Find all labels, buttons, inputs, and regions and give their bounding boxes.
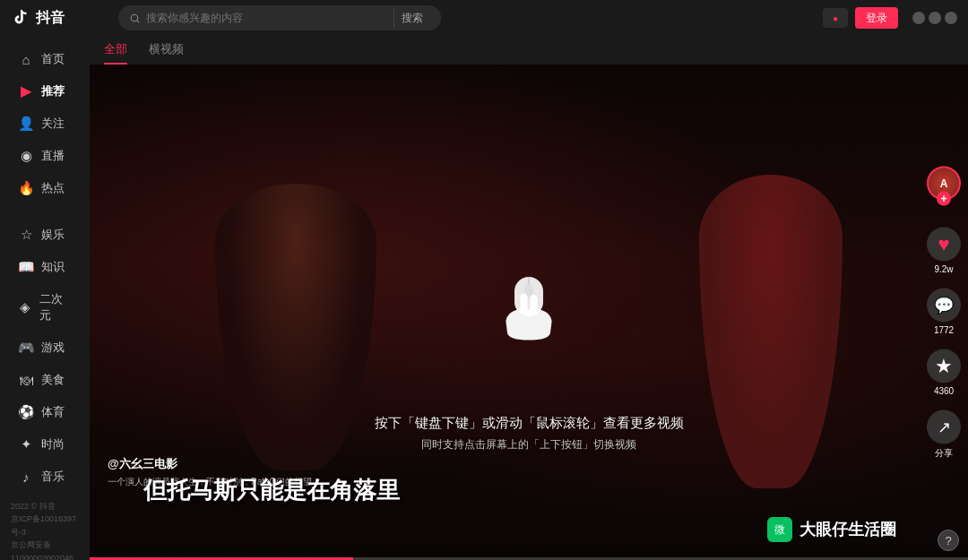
like-count: 9.2w	[934, 263, 953, 273]
recommend-icon: ▶	[18, 83, 34, 99]
food-icon: 🍽	[18, 373, 34, 388]
record-button[interactable]: ●	[823, 8, 848, 28]
sidebar-item-entertainment[interactable]: ☆ 娱乐	[4, 220, 86, 250]
sidebar-item-sports[interactable]: ⚽ 体育	[4, 397, 86, 427]
douyin-logo-icon	[11, 8, 30, 28]
creator-avatar-item[interactable]: A +	[927, 166, 961, 200]
wechat-icon: 微	[767, 517, 792, 542]
main-layout: ⌂ 首页 ▶ 推荐 👤 关注 ◉ 直播 🔥 热点 ☆ 娱乐 📖 知识 ◈	[0, 36, 968, 560]
sidebar-item-live[interactable]: ◉ 直播	[4, 141, 86, 171]
star-icon: ★	[927, 349, 961, 383]
acg-icon: ◈	[18, 299, 32, 315]
title-bar-right: ● 登录	[823, 7, 957, 29]
music-icon: ♪	[18, 470, 34, 485]
video-username: @六幺三电影	[108, 456, 321, 472]
like-icon: ♥	[927, 227, 961, 261]
tabs-bar: 全部 横视频	[90, 36, 968, 65]
sidebar: ⌂ 首页 ▶ 推荐 👤 关注 ◉ 直播 🔥 热点 ☆ 娱乐 📖 知识 ◈	[0, 36, 90, 560]
fashion-icon: ✦	[18, 436, 34, 452]
comment-icon: 💬	[927, 288, 961, 322]
subtitle-bar: 但托马斯只能是在角落里	[90, 475, 914, 506]
watermark-text: 大眼仔生活圈	[799, 519, 896, 540]
logo-area: 抖音	[11, 8, 100, 28]
sidebar-item-game[interactable]: 🎮 游戏	[4, 332, 86, 363]
tab-all[interactable]: 全部	[104, 41, 127, 65]
minimize-button[interactable]	[912, 12, 925, 24]
svg-point-0	[131, 14, 138, 22]
search-input[interactable]	[146, 12, 388, 24]
instruction-overlay: 按下「键盘下键」或滑动「鼠标滚轮」查看更多视频 同时支持点击屏幕上的「上下按钮」…	[90, 415, 968, 452]
live-icon: ◉	[18, 148, 34, 164]
home-icon: ⌂	[18, 52, 34, 67]
like-action[interactable]: ♥ 9.2w	[927, 227, 961, 273]
right-actions: A + ♥ 9.2w 💬 1772 ★ 4360 ↗	[927, 166, 961, 459]
subtitle-text: 但托马斯只能是在角落里	[143, 475, 771, 506]
sidebar-item-fashion[interactable]: ✦ 时尚	[4, 429, 86, 460]
sidebar-item-hot[interactable]: 🔥 热点	[4, 173, 86, 203]
sidebar-item-knowledge[interactable]: 📖 知识	[4, 252, 86, 282]
star-action[interactable]: ★ 4360	[927, 349, 961, 395]
watermark: 微 大眼仔生活圈	[767, 517, 896, 542]
knowledge-icon: 📖	[18, 259, 34, 275]
comment-action[interactable]: 💬 1772	[927, 288, 961, 334]
instruction-main-text: 按下「键盘下键」或滑动「鼠标滚轮」查看更多视频	[90, 415, 968, 432]
star-count: 4360	[934, 385, 954, 395]
sidebar-item-recommend[interactable]: ▶ 推荐	[4, 76, 86, 107]
hot-icon: 🔥	[18, 180, 34, 196]
sidebar-item-food[interactable]: 🍽 美食	[4, 365, 86, 395]
creator-avatar: A +	[927, 166, 961, 200]
maximize-button[interactable]	[929, 12, 941, 24]
scroll-cursor-icon	[493, 270, 565, 341]
follow-icon: 👤	[18, 116, 34, 132]
search-button[interactable]: 搜索	[393, 9, 430, 28]
help-button[interactable]: ?	[938, 530, 959, 551]
search-icon	[129, 13, 141, 24]
sports-icon: ⚽	[18, 404, 34, 420]
sidebar-item-home[interactable]: ⌂ 首页	[4, 44, 86, 74]
svg-line-1	[137, 20, 140, 22]
game-icon: 🎮	[18, 340, 34, 356]
instruction-sub-text: 同时支持点击屏幕上的「上下按钮」切换视频	[90, 437, 968, 452]
window-controls	[912, 12, 957, 24]
share-action[interactable]: ↗ 分享	[927, 409, 961, 459]
share-label: 分享	[935, 446, 953, 459]
sidebar-item-music[interactable]: ♪ 音乐	[4, 461, 86, 492]
entertainment-icon: ☆	[18, 227, 34, 243]
app-logo-text: 抖音	[36, 9, 65, 28]
content-area: 全部 横视频 按下「键盘下键」或滑动「鼠标	[90, 36, 968, 560]
cursor-overlay	[493, 270, 565, 341]
comment-count: 1772	[934, 324, 954, 334]
title-bar: 抖音 搜索 ● 登录	[0, 0, 968, 36]
sidebar-footer: 2022 © 抖音 京ICP备10016397号-3 京公网安备 1100000…	[0, 493, 90, 560]
login-button[interactable]: 登录	[855, 7, 898, 29]
sidebar-item-acg[interactable]: ◈ 二次元	[4, 284, 86, 331]
search-bar[interactable]: 搜索	[118, 5, 441, 30]
video-area[interactable]: 按下「键盘下键」或滑动「鼠标滚轮」查看更多视频 同时支持点击屏幕上的「上下按钮」…	[90, 65, 968, 560]
tab-horizontal[interactable]: 横视频	[149, 41, 184, 65]
follow-plus-icon: +	[937, 191, 951, 205]
sidebar-item-follow[interactable]: 👤 关注	[4, 108, 86, 139]
close-button[interactable]	[945, 12, 957, 24]
share-icon: ↗	[927, 409, 961, 444]
